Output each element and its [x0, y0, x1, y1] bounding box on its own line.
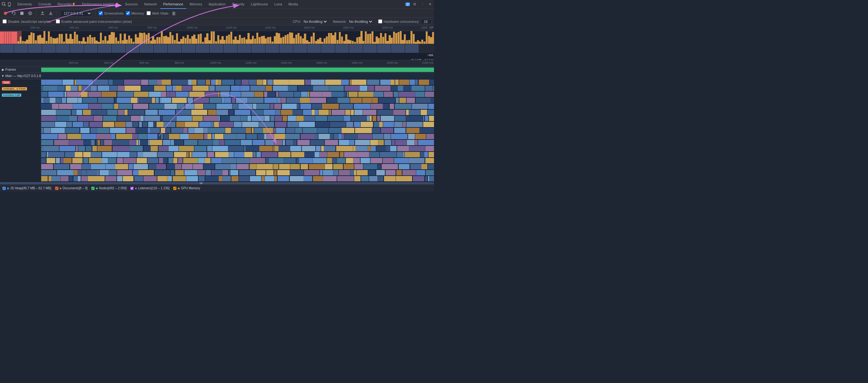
download-button[interactable] [48, 10, 54, 16]
svg-rect-90 [411, 86, 425, 91]
svg-rect-417 [426, 134, 434, 139]
tab-recorder[interactable]: Recorder ⚡ [54, 0, 79, 9]
tab-elements[interactable]: Elements [14, 0, 35, 9]
svg-rect-344 [135, 128, 148, 133]
svg-rect-414 [391, 134, 407, 139]
tab-luna[interactable]: Luna [271, 0, 285, 9]
clear-recording-button[interactable]: 🗑 [171, 10, 177, 16]
svg-rect-703 [313, 176, 323, 181]
svg-rect-618 [354, 164, 363, 169]
screenshots-checkbox-label[interactable]: Screenshots [99, 11, 123, 15]
svg-rect-91 [425, 86, 433, 91]
disable-js-samples-label[interactable]: Disable JavaScript samples [3, 19, 51, 24]
svg-rect-489 [302, 146, 316, 151]
network-throttling-control[interactable]: Network: No throttling [333, 19, 373, 24]
svg-rect-146 [137, 98, 139, 103]
tab-performance[interactable]: Performance [160, 0, 187, 9]
url-selector[interactable]: 127.0.0.1 #1 [60, 10, 92, 17]
close-devtools-icon[interactable]: ✕ [427, 2, 433, 7]
svg-rect-34 [263, 79, 267, 85]
tab-application[interactable]: Application [205, 0, 229, 9]
svg-rect-577 [313, 158, 327, 163]
tab-lighthouse[interactable]: Lighthouse [248, 0, 271, 9]
svg-rect-601 [175, 164, 181, 169]
hw-concurrency-input[interactable] [420, 19, 431, 24]
nodes-checkbox[interactable] [91, 187, 95, 190]
disable-js-samples-checkbox[interactable] [3, 19, 7, 24]
listeners-checkbox[interactable] [130, 187, 133, 190]
time-ruler-detail: 200 ms 400 ms 600 ms 800 ms 1000 ms 1200… [0, 60, 434, 67]
svg-rect-641 [175, 170, 184, 175]
svg-rect-416 [415, 134, 426, 139]
flame-chart-area[interactable] [41, 79, 434, 182]
scroll-thumb[interactable] [0, 182, 434, 184]
svg-rect-651 [256, 170, 266, 175]
tab-media[interactable]: Media [285, 0, 301, 9]
inspect-icon[interactable] [1, 2, 7, 7]
stop-button[interactable] [19, 10, 25, 16]
svg-rect-509 [83, 152, 91, 157]
cpu-throttling-select[interactable]: No throttling [302, 19, 328, 24]
svg-rect-290 [395, 116, 406, 121]
svg-rect-692 [219, 176, 222, 181]
svg-rect-349 [171, 128, 183, 133]
main-section-label[interactable]: ▼ Main — http://127.0.0.1:8002/ [0, 74, 41, 78]
svg-rect-345 [148, 128, 150, 133]
clear-button[interactable] [27, 10, 33, 16]
svg-rect-225 [159, 110, 176, 115]
web-vitals-checkbox-label[interactable]: Web Vitals [147, 11, 168, 15]
svg-rect-655 [290, 170, 304, 175]
gpu-memory-status: ■ GPU Memory [173, 186, 200, 190]
tab-memory[interactable]: Memory [186, 0, 205, 9]
svg-rect-498 [376, 146, 386, 151]
screenshots-checkbox[interactable] [99, 11, 103, 15]
js-heap-checkbox[interactable] [3, 187, 6, 190]
record-button[interactable] [3, 10, 8, 16]
memory-checkbox[interactable] [126, 11, 130, 15]
gpu-memory-checkbox[interactable] [173, 187, 176, 190]
tab-console[interactable]: Console [35, 0, 54, 9]
svg-rect-446 [283, 140, 285, 145]
svg-rect-222 [124, 110, 127, 115]
svg-rect-696 [250, 176, 261, 181]
tick-600ms: 600 ms [108, 26, 118, 29]
enable-advanced-paint-checkbox[interactable] [56, 19, 60, 24]
svg-rect-353 [204, 128, 208, 133]
svg-rect-551 [72, 158, 83, 163]
svg-rect-174 [399, 98, 406, 103]
svg-rect-421 [84, 140, 91, 145]
web-vitals-checkbox[interactable] [147, 11, 151, 15]
network-throttling-select[interactable]: No throttling [348, 19, 373, 24]
documents-checkbox[interactable] [55, 187, 58, 190]
svg-rect-206 [339, 104, 353, 109]
svg-rect-422 [91, 140, 95, 145]
svg-rect-693 [222, 176, 230, 181]
frames-label[interactable]: ▶ Frames [0, 68, 41, 71]
cpu-throttling-control[interactable]: CPU: No throttling [293, 19, 328, 24]
tab-network[interactable]: Network [141, 0, 160, 9]
svg-rect-622 [399, 164, 410, 169]
memory-checkbox-label[interactable]: Memory [126, 11, 144, 15]
reload-button[interactable] [11, 10, 17, 16]
svg-rect-238 [312, 110, 315, 115]
hw-concurrency-checkbox[interactable] [378, 19, 382, 24]
upload-button[interactable] [40, 10, 45, 16]
device-icon[interactable] [7, 2, 13, 7]
tab-sources[interactable]: Sources [122, 0, 141, 9]
svg-rect-495 [356, 146, 368, 151]
tab-security[interactable]: Security [229, 0, 248, 9]
svg-rect-553 [89, 158, 101, 163]
hw-concurrency-label[interactable]: Hardware concurrency [378, 19, 419, 24]
svg-rect-381 [116, 134, 133, 139]
svg-rect-468 [86, 146, 92, 151]
scroll-track[interactable] [0, 182, 434, 185]
tab-performance-insights[interactable]: Performance insights ⚡ [79, 0, 122, 9]
svg-rect-153 [187, 98, 193, 103]
svg-rect-466 [76, 146, 78, 151]
more-options-icon[interactable]: ⋮ [420, 2, 425, 7]
settings-icon[interactable]: ⚙ [412, 2, 417, 7]
enable-advanced-paint-label[interactable]: Enable advanced paint instrumentation (s… [56, 19, 132, 24]
svg-rect-475 [159, 146, 168, 151]
svg-rect-423 [95, 140, 97, 145]
svg-rect-310 [164, 122, 176, 127]
